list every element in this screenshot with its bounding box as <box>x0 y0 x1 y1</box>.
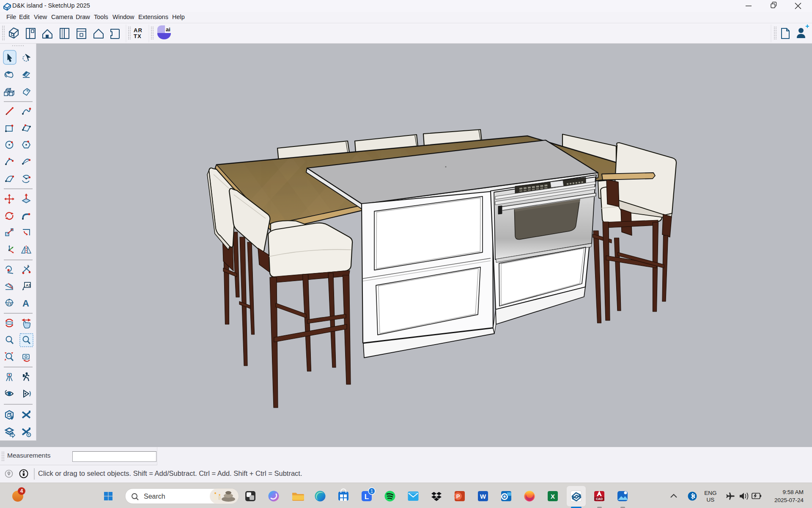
svg-text:P: P <box>456 493 460 500</box>
svg-text:US: US <box>707 497 715 503</box>
svg-text:3: 3 <box>27 264 29 268</box>
svg-text:L: L <box>365 493 369 501</box>
svg-text:CAD: CAD <box>596 497 603 501</box>
svg-text:A: A <box>22 298 29 309</box>
svg-text:TX: TX <box>134 33 142 39</box>
svg-text:W: W <box>480 493 486 500</box>
svg-text:A1: A1 <box>26 283 31 287</box>
svg-text:ai: ai <box>166 26 170 33</box>
svg-text:2025-07-24: 2025-07-24 <box>774 497 804 503</box>
svg-text:AR: AR <box>134 27 143 33</box>
svg-text:1: 1 <box>370 489 373 494</box>
svg-text:4: 4 <box>20 488 23 494</box>
svg-text:C: C <box>8 299 10 302</box>
svg-text:ENG: ENG <box>704 490 716 496</box>
svg-text:Search: Search <box>144 493 165 500</box>
svg-text:9:58 AM: 9:58 AM <box>782 489 804 495</box>
svg-text:A·B: A·B <box>7 303 12 306</box>
svg-text:X: X <box>551 493 555 500</box>
